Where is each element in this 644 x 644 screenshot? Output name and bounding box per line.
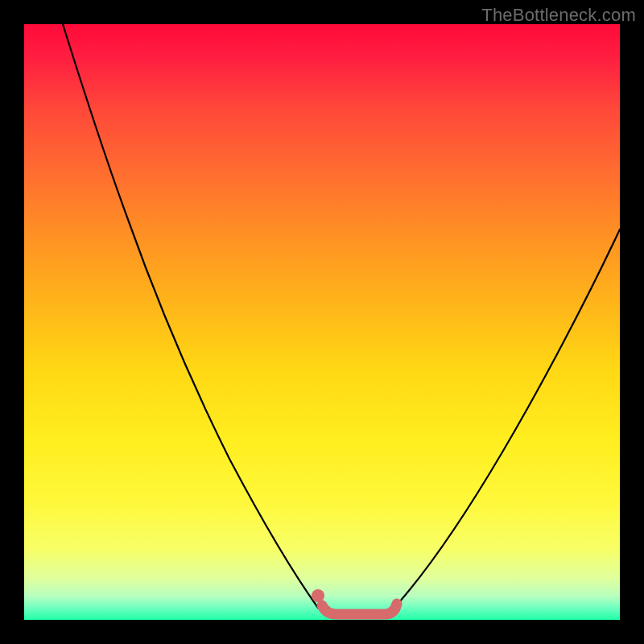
curve-layer bbox=[24, 24, 620, 620]
chart-frame: TheBottleneck.com bbox=[0, 0, 644, 644]
bottleneck-curve-right bbox=[394, 229, 620, 608]
watermark-text: TheBottleneck.com bbox=[481, 5, 636, 26]
optimal-range-marker bbox=[322, 604, 397, 614]
bottleneck-curve-left bbox=[63, 24, 318, 608]
plot-area bbox=[24, 24, 620, 620]
